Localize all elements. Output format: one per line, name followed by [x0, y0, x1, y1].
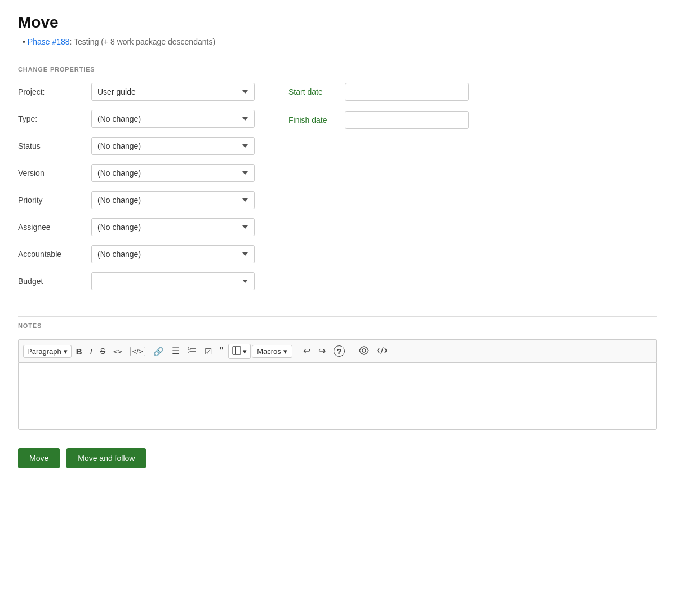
status-label: Status: [18, 141, 91, 150]
phase-link[interactable]: Phase #188: [28, 37, 70, 46]
table-dropdown[interactable]: ▾: [228, 344, 251, 359]
bold-button[interactable]: B: [73, 345, 86, 358]
paragraph-chevron-icon: ▾: [64, 347, 68, 356]
notes-section: NOTES Paragraph ▾ B I S <> </> 🔗: [18, 316, 657, 430]
assignee-select[interactable]: (No change): [91, 218, 255, 236]
assignee-label: Assignee: [18, 223, 91, 232]
table-chevron-icon: ▾: [243, 347, 247, 356]
source-icon: [377, 345, 387, 357]
macros-label: Macros: [257, 347, 281, 356]
priority-select[interactable]: (No change): [91, 191, 255, 209]
svg-rect-4: [233, 347, 241, 354]
strikethrough-icon: S: [100, 347, 105, 355]
blockquote-icon: ": [220, 347, 224, 356]
budget-label: Budget: [18, 277, 91, 286]
toolbar-divider-1: [296, 345, 296, 357]
source-button[interactable]: [374, 343, 390, 359]
preview-icon: [359, 345, 369, 357]
subtitle-descendants: (+ 8 work package descendants): [101, 37, 215, 46]
actions-bar: Move Move and follow: [18, 448, 657, 468]
page-title: Move: [18, 14, 657, 32]
accountable-select[interactable]: (No change): [91, 245, 255, 263]
svg-point-9: [362, 349, 366, 352]
numbered-list-icon: 1. 2.: [188, 346, 197, 357]
type-row: Type: (No change): [18, 110, 255, 128]
code-block-icon: </>: [130, 347, 145, 356]
move-and-follow-button[interactable]: Move and follow: [66, 448, 146, 468]
accountable-field[interactable]: (No change): [91, 245, 255, 263]
macros-dropdown[interactable]: Macros ▾: [252, 345, 292, 358]
task-list-button[interactable]: ☑: [201, 345, 215, 358]
version-row: Version (No change): [18, 164, 255, 182]
redo-button[interactable]: ↪: [315, 344, 329, 358]
table-icon: [232, 346, 241, 357]
help-button[interactable]: ?: [330, 343, 348, 359]
change-properties-section-title: CHANGE PROPERTIES: [18, 60, 657, 73]
status-field[interactable]: (No change): [91, 137, 255, 155]
form-layout: Project: User guide Type: (No change) St…: [18, 83, 657, 299]
status-select[interactable]: (No change): [91, 137, 255, 155]
paragraph-dropdown[interactable]: Paragraph ▾: [23, 345, 72, 358]
numbered-list-button[interactable]: 1. 2.: [184, 344, 200, 359]
status-row: Status (No change): [18, 137, 255, 155]
start-date-input-wrapper[interactable]: [345, 83, 469, 101]
editor-toolbar: Paragraph ▾ B I S <> </> 🔗 ☰: [18, 339, 657, 362]
link-button[interactable]: 🔗: [150, 345, 167, 358]
toolbar-divider-2: [352, 345, 352, 357]
start-date-input[interactable]: [345, 83, 469, 101]
priority-label: Priority: [18, 196, 91, 205]
type-label: Type:: [18, 114, 91, 123]
finish-date-label: Finish date: [288, 116, 345, 125]
undo-icon: ↩: [303, 347, 310, 356]
move-button[interactable]: Move: [18, 448, 60, 468]
project-select[interactable]: User guide: [91, 83, 255, 101]
assignee-row: Assignee (No change): [18, 218, 255, 236]
finish-date-input-wrapper[interactable]: [345, 111, 469, 129]
redo-icon: ↪: [318, 347, 326, 356]
project-label: Project:: [18, 87, 91, 96]
notes-editor[interactable]: [18, 362, 657, 430]
budget-row: Budget: [18, 272, 255, 290]
priority-row: Priority (No change): [18, 191, 255, 209]
form-left: Project: User guide Type: (No change) St…: [18, 83, 255, 299]
link-icon: 🔗: [153, 347, 164, 356]
inline-code-button[interactable]: <>: [110, 345, 126, 357]
accountable-label: Accountable: [18, 250, 91, 259]
paragraph-label: Paragraph: [27, 347, 61, 356]
type-select[interactable]: (No change): [91, 110, 255, 128]
inline-code-icon: <>: [113, 348, 122, 355]
bullet-list-icon: ☰: [172, 347, 180, 356]
form-right: Start date Finish date: [288, 83, 469, 299]
preview-button[interactable]: [356, 343, 372, 359]
subtitle: • Phase #188: Testing (+ 8 work package …: [18, 37, 657, 46]
version-field[interactable]: (No change): [91, 164, 255, 182]
project-row: Project: User guide: [18, 83, 255, 101]
start-date-label: Start date: [288, 87, 345, 96]
strikethrough-button[interactable]: S: [97, 345, 109, 357]
italic-button[interactable]: I: [87, 345, 96, 358]
help-icon: ?: [334, 345, 345, 357]
type-field[interactable]: (No change): [91, 110, 255, 128]
budget-select[interactable]: [91, 272, 255, 290]
budget-field[interactable]: [91, 272, 255, 290]
assignee-field[interactable]: (No change): [91, 218, 255, 236]
blockquote-button[interactable]: ": [216, 344, 228, 358]
start-date-row: Start date: [288, 83, 469, 101]
notes-section-title: NOTES: [18, 316, 657, 329]
finish-date-input[interactable]: [345, 111, 469, 129]
task-list-icon: ☑: [205, 347, 212, 356]
finish-date-row: Finish date: [288, 111, 469, 129]
italic-icon: I: [90, 347, 92, 356]
code-block-button[interactable]: </>: [127, 344, 149, 358]
priority-field[interactable]: (No change): [91, 191, 255, 209]
subtitle-description: : Testing: [70, 37, 99, 46]
svg-line-10: [381, 347, 383, 354]
macros-chevron-icon: ▾: [283, 347, 287, 356]
bold-icon: B: [76, 347, 82, 356]
version-select[interactable]: (No change): [91, 164, 255, 182]
accountable-row: Accountable (No change): [18, 245, 255, 263]
bullet-list-button[interactable]: ☰: [168, 344, 183, 358]
undo-button[interactable]: ↩: [300, 344, 314, 358]
version-label: Version: [18, 169, 91, 178]
project-field[interactable]: User guide: [91, 83, 255, 101]
